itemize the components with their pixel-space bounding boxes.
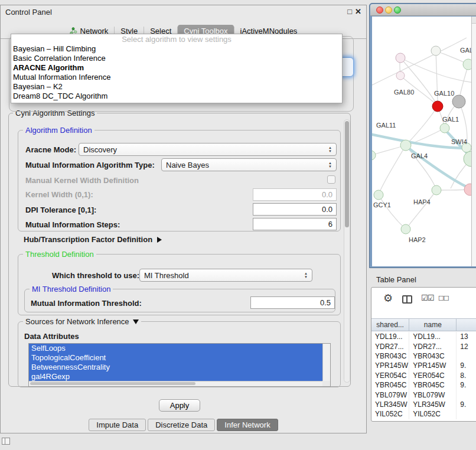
network-node[interactable] xyxy=(396,53,405,63)
algorithm-dropdown-placeholder: Select algorithm to view settings xyxy=(11,35,342,44)
column-header[interactable] xyxy=(457,319,476,331)
network-canvas-svg[interactable]: GALGAL80GAL10GAL11GAL1SWI4GAL4GCY1HAP4HA… xyxy=(372,17,476,266)
aracne-mode-value: Discovery xyxy=(83,145,117,154)
mi-threshold-label: Mutual Information Threshold: xyxy=(31,299,142,308)
attribute-item[interactable]: TopologicalCoefficient xyxy=(29,353,322,363)
algorithm-option-list: Bayesian – Hill ClimbingBasic Correlatio… xyxy=(11,44,342,101)
table-cell: YBL079W xyxy=(409,390,457,399)
threshold-type-select[interactable]: MI Threshold xyxy=(139,269,312,282)
minimize-button[interactable] xyxy=(385,6,392,14)
aracne-mode-select[interactable]: Discovery xyxy=(79,143,337,156)
node-label: GAL4 xyxy=(411,152,428,159)
table-row[interactable]: YBR045CYBR045C9. xyxy=(371,380,476,390)
table-cell xyxy=(457,409,476,419)
table-cell: YIL052C xyxy=(409,409,457,419)
combo-stepper-icon xyxy=(328,146,332,153)
algorithm-option[interactable]: Basic Correlation Inference xyxy=(11,54,342,63)
table-row[interactable]: YBR043CYBR043C xyxy=(371,351,476,361)
attribute-item[interactable]: gal4RGexp xyxy=(29,372,322,381)
scrollbar-arrow-icon[interactable] xyxy=(472,17,476,24)
network-node[interactable] xyxy=(431,46,441,56)
table-row[interactable]: YDR27...YDR27...12 xyxy=(371,341,476,351)
attribute-item[interactable]: BetweennessCentrality xyxy=(29,363,322,372)
bottom-tab-infer-network[interactable]: Infer Network xyxy=(217,419,278,431)
network-window-titlebar[interactable] xyxy=(370,4,476,16)
column-header[interactable]: name xyxy=(409,319,457,331)
dpi-tolerance-input[interactable]: 0.0 xyxy=(253,203,337,216)
table-cell: YER054C xyxy=(371,371,409,380)
manual-kernel-checkbox xyxy=(327,175,335,184)
network-node[interactable] xyxy=(452,95,465,108)
deselect-all-columns-icon[interactable]: ☐☐ xyxy=(438,295,449,302)
bottom-tab-discretize-data[interactable]: Discretize Data xyxy=(148,419,215,431)
table-row[interactable]: YIL052CYIL052C xyxy=(371,409,476,419)
table-cell: YBR043C xyxy=(371,351,409,361)
algorithm-option[interactable]: Mutual Information Inference xyxy=(11,73,342,82)
table-row[interactable]: YBL079WYBL079W xyxy=(371,390,476,399)
table-row[interactable]: YLR345WYLR345W9. xyxy=(371,400,476,409)
network-vscrollbar[interactable] xyxy=(471,17,476,266)
table-panel-title: Table Panel xyxy=(376,275,416,284)
network-node[interactable] xyxy=(432,185,441,195)
network-canvas[interactable]: GALGAL80GAL10GAL11GAL1SWI4GAL4GCY1HAP4HA… xyxy=(372,17,476,266)
algorithm-option[interactable]: Dream8 DC_TDC Algorithm xyxy=(11,92,342,101)
table-cell: 9. xyxy=(457,400,476,409)
float-window-icon[interactable]: □ xyxy=(347,7,352,16)
attribute-list-hscrollbar[interactable] xyxy=(29,381,322,386)
dpi-tolerance-label: DPI Tolerance [0,1]: xyxy=(25,206,96,214)
mi-steps-label: Mutual Information Steps: xyxy=(25,220,120,229)
network-node[interactable] xyxy=(432,101,443,112)
split-columns-icon[interactable] xyxy=(402,295,412,304)
hscrollbar-thumb[interactable] xyxy=(30,382,195,385)
kernel-width-input: 0.0 xyxy=(253,188,337,201)
scrollbar-corner xyxy=(322,381,330,386)
threshold-type-value: MI Threshold xyxy=(144,271,189,280)
network-node[interactable] xyxy=(374,190,383,200)
algorithm-option[interactable]: ARACNE Algorithm xyxy=(11,63,342,73)
table-cell: 8. xyxy=(457,371,476,380)
panel-toggle-icon[interactable] xyxy=(2,438,10,445)
zoom-button[interactable] xyxy=(394,6,401,14)
hub-definition-toggle[interactable]: Hub/Transcription Factor Definition xyxy=(24,235,162,244)
settings-vscrollbar[interactable] xyxy=(344,119,350,383)
sources-group: Sources for Network Inference Data Attri… xyxy=(18,321,341,387)
bottom-tab-impute-data[interactable]: Impute Data xyxy=(89,419,146,431)
table-row[interactable]: YPR145WYPR145W9. xyxy=(371,361,476,370)
network-node[interactable] xyxy=(440,123,449,133)
gear-icon[interactable]: ⚙ xyxy=(383,292,393,305)
select-all-columns-icon[interactable]: ☑☑ xyxy=(421,294,433,302)
sources-group-toggle[interactable]: Sources for Network Inference xyxy=(23,317,141,326)
network-node[interactable] xyxy=(396,71,405,80)
algorithm-definition-group: Algorithm Definition Aracne Mode: Discov… xyxy=(18,130,341,231)
close-panel-icon[interactable]: ✕ xyxy=(355,7,361,16)
attribute-list: SelfLoopsTopologicalCoefficientBetweenne… xyxy=(28,343,331,387)
table-cell: YLR345W xyxy=(409,400,457,409)
network-node[interactable] xyxy=(372,151,376,160)
attribute-item[interactable]: SelfLoops xyxy=(29,344,322,353)
mi-steps-input[interactable]: 6 xyxy=(253,218,337,230)
node-label: SWI4 xyxy=(451,138,467,145)
mi-type-label: Mutual Information Algorithm Type: xyxy=(25,161,155,169)
manual-kernel-label: Manual Kernel Width Definition xyxy=(25,176,139,185)
table-cell: YBR045C xyxy=(371,380,409,390)
algorithm-option[interactable]: Bayesian – K2 xyxy=(11,82,342,92)
mi-algorithm-type-select[interactable]: Naive Bayes xyxy=(161,158,337,171)
table-cell: 9. xyxy=(457,380,476,390)
settings-vscrollbar-thumb[interactable] xyxy=(345,121,349,227)
table-cell: YPR145W xyxy=(371,361,409,370)
table-cell: YDR27... xyxy=(409,341,457,351)
network-node[interactable] xyxy=(401,224,410,234)
algorithm-option[interactable]: Bayesian – Hill Climbing xyxy=(11,44,342,54)
table-cell xyxy=(457,351,476,361)
threshold-type-label: Which threshold to use: xyxy=(52,271,139,280)
close-button[interactable] xyxy=(376,6,383,14)
mi-type-value: Naive Bayes xyxy=(166,161,209,169)
column-header[interactable]: shared... xyxy=(371,319,409,331)
mi-threshold-input[interactable]: 0.5 xyxy=(250,296,335,309)
table-cell: YDL19... xyxy=(371,332,409,341)
attribute-list-vscrollbar[interactable] xyxy=(322,344,330,381)
network-node[interactable] xyxy=(400,140,411,151)
table-row[interactable]: YER054CYER054C8. xyxy=(371,371,476,380)
table-row[interactable]: YDL19...YDL19...13 xyxy=(371,332,476,341)
apply-button[interactable]: Apply xyxy=(159,399,200,412)
